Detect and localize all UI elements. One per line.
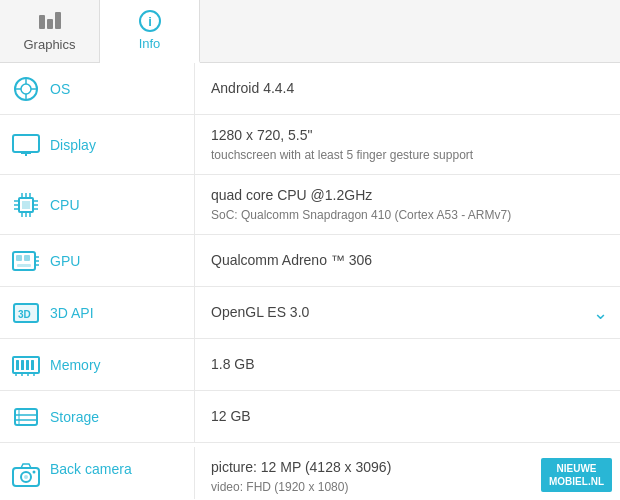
3dapi-icon: 3D (12, 299, 40, 327)
info-icon: i (139, 10, 161, 32)
watermark: NIEUWE MOBIEL.NL (541, 458, 612, 492)
label-cpu: CPU (0, 175, 195, 234)
svg-text:3D: 3D (18, 309, 31, 320)
cpu-sub: SoC: Qualcomm Snapdragon 410 (Cortex A53… (211, 206, 511, 224)
gpu-label: GPU (50, 253, 80, 269)
svg-rect-34 (17, 264, 31, 267)
label-display: Display (0, 115, 195, 174)
value-3dapi[interactable]: OpenGL ES 3.0 ⌄ (195, 287, 620, 338)
row-gpu: GPU Qualcomm Adreno ™ 306 (0, 235, 620, 287)
os-label: OS (50, 81, 70, 97)
row-memory: Memory 1.8 GB (0, 339, 620, 391)
memory-main: 1.8 GB (211, 354, 255, 375)
tab-graphics-label: Graphics (23, 37, 75, 52)
memory-label: Memory (50, 357, 101, 373)
row-back-camera: Back camera picture: 12 MP (4128 x 3096)… (0, 443, 620, 500)
tab-info-label: Info (139, 36, 161, 51)
svg-text:i: i (148, 14, 152, 29)
watermark-line2: MOBIEL.NL (549, 475, 604, 488)
svg-point-52 (24, 475, 28, 479)
cpu-label: CPU (50, 197, 80, 213)
cpu-icon (12, 191, 40, 219)
row-os: OS Android 4.4.4 (0, 63, 620, 115)
svg-rect-11 (13, 135, 39, 152)
camera-main: picture: 12 MP (4128 x 3096) (211, 457, 473, 478)
svg-point-53 (33, 471, 36, 474)
cpu-main: quad core CPU @1.2GHz (211, 185, 511, 206)
svg-rect-46 (15, 409, 37, 425)
label-memory: Memory (0, 339, 195, 390)
svg-rect-29 (16, 255, 22, 261)
tab-graphics[interactable]: Graphics (0, 0, 100, 62)
display-sub: touchscreen with at least 5 finger gestu… (211, 146, 473, 164)
value-memory: 1.8 GB (195, 339, 620, 390)
row-storage: Storage 12 GB (0, 391, 620, 443)
row-cpu: CPU quad core CPU @1.2GHz SoC: Qualcomm … (0, 175, 620, 235)
svg-rect-38 (16, 360, 19, 370)
memory-icon (12, 351, 40, 379)
gpu-main: Qualcomm Adreno ™ 306 (211, 250, 372, 271)
storage-icon (12, 403, 40, 431)
3dapi-label: 3D API (50, 305, 94, 321)
row-display: Display 1280 x 720, 5.5" touchscreen wit… (0, 115, 620, 175)
watermark-line1: NIEUWE (549, 462, 604, 475)
label-gpu: GPU (0, 235, 195, 286)
label-back-camera: Back camera (0, 447, 195, 499)
value-gpu: Qualcomm Adreno ™ 306 (195, 235, 620, 286)
svg-rect-0 (39, 15, 45, 29)
value-display: 1280 x 720, 5.5" touchscreen with at lea… (195, 115, 620, 174)
svg-rect-41 (31, 360, 34, 370)
info-content: OS Android 4.4.4 Display 1280 x 720, 5.5… (0, 63, 620, 500)
tab-info[interactable]: i Info (100, 0, 200, 63)
camera-sub: video: FHD (1920 x 1080) (211, 478, 473, 496)
os-value: Android 4.4.4 (211, 78, 294, 99)
display-icon (12, 131, 40, 159)
svg-rect-30 (24, 255, 30, 261)
back-camera-label: Back camera (50, 461, 132, 477)
display-label: Display (50, 137, 96, 153)
svg-point-6 (21, 84, 31, 94)
gpu-icon (12, 247, 40, 275)
value-cpu: quad core CPU @1.2GHz SoC: Qualcomm Snap… (195, 175, 620, 234)
svg-rect-28 (13, 252, 35, 270)
os-icon (12, 75, 40, 103)
display-main: 1280 x 720, 5.5" (211, 125, 473, 146)
camera-icon (12, 461, 40, 489)
label-3dapi: 3D 3D API (0, 287, 195, 338)
storage-label: Storage (50, 409, 99, 425)
graphics-icon (38, 11, 62, 33)
3dapi-main: OpenGL ES 3.0 (211, 302, 309, 323)
svg-rect-2 (55, 12, 61, 29)
label-storage: Storage (0, 391, 195, 442)
label-os: OS (0, 63, 195, 114)
svg-rect-39 (21, 360, 24, 370)
storage-main: 12 GB (211, 406, 251, 427)
chevron-down-icon[interactable]: ⌄ (593, 302, 608, 324)
svg-rect-40 (26, 360, 29, 370)
svg-rect-15 (22, 201, 30, 209)
tab-bar: Graphics i Info (0, 0, 620, 63)
row-3dapi: 3D 3D API OpenGL ES 3.0 ⌄ (0, 287, 620, 339)
value-os: Android 4.4.4 (195, 63, 620, 114)
value-storage: 12 GB (195, 391, 620, 442)
svg-rect-1 (47, 19, 53, 29)
